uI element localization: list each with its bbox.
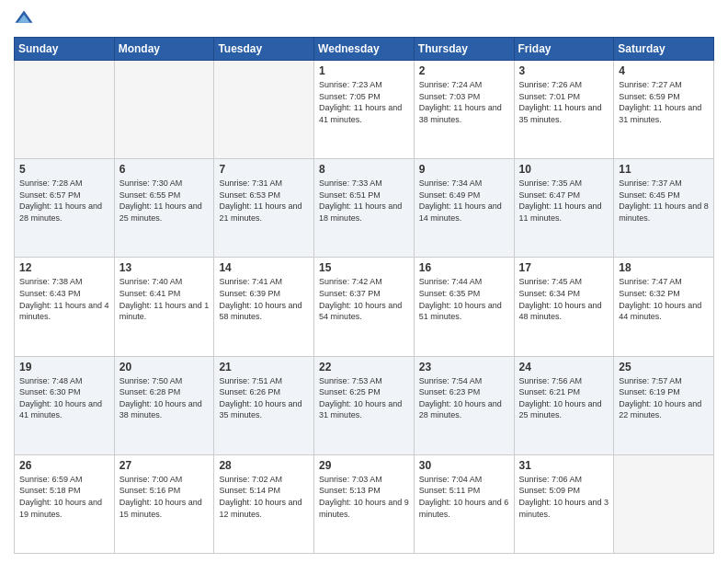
day-info: Sunrise: 7:35 AMSunset: 6:47 PMDaylight:… (519, 178, 609, 224)
calendar-cell: 20Sunrise: 7:50 AMSunset: 6:28 PMDayligh… (114, 356, 214, 454)
calendar-cell: 21Sunrise: 7:51 AMSunset: 6:26 PMDayligh… (214, 356, 314, 454)
weekday-header-thursday: Thursday (414, 38, 514, 61)
calendar-cell (15, 61, 115, 159)
day-info: Sunrise: 7:06 AMSunset: 5:09 PMDaylight:… (519, 474, 609, 520)
day-info: Sunrise: 7:45 AMSunset: 6:34 PMDaylight:… (519, 276, 609, 322)
calendar-table: SundayMondayTuesdayWednesdayThursdayFrid… (14, 37, 714, 554)
calendar-cell: 3Sunrise: 7:26 AMSunset: 7:01 PMDaylight… (514, 61, 614, 159)
page: SundayMondayTuesdayWednesdayThursdayFrid… (0, 0, 728, 563)
week-row-5: 26Sunrise: 6:59 AMSunset: 5:18 PMDayligh… (15, 454, 714, 553)
calendar-cell: 23Sunrise: 7:54 AMSunset: 6:23 PMDayligh… (414, 356, 514, 454)
day-info: Sunrise: 7:30 AMSunset: 6:55 PMDaylight:… (119, 178, 210, 224)
week-row-3: 12Sunrise: 7:38 AMSunset: 6:43 PMDayligh… (15, 258, 714, 356)
calendar-cell: 1Sunrise: 7:23 AMSunset: 7:05 PMDaylight… (314, 61, 415, 159)
day-number: 21 (219, 361, 309, 373)
day-number: 25 (619, 361, 709, 373)
day-number: 9 (419, 163, 509, 176)
week-row-1: 1Sunrise: 7:23 AMSunset: 7:05 PMDaylight… (15, 61, 714, 159)
day-info: Sunrise: 7:34 AMSunset: 6:49 PMDaylight:… (419, 178, 509, 224)
weekday-header-tuesday: Tuesday (214, 38, 314, 61)
day-info: Sunrise: 7:04 AMSunset: 5:11 PMDaylight:… (419, 474, 509, 520)
calendar-cell: 26Sunrise: 6:59 AMSunset: 5:18 PMDayligh… (15, 454, 115, 553)
day-info: Sunrise: 7:47 AMSunset: 6:32 PMDaylight:… (619, 276, 709, 322)
day-number: 26 (19, 459, 109, 472)
calendar-cell: 27Sunrise: 7:00 AMSunset: 5:16 PMDayligh… (114, 454, 214, 553)
day-info: Sunrise: 6:59 AMSunset: 5:18 PMDaylight:… (19, 474, 109, 520)
calendar-cell: 11Sunrise: 7:37 AMSunset: 6:45 PMDayligh… (614, 159, 714, 258)
day-info: Sunrise: 7:31 AMSunset: 6:53 PMDaylight:… (219, 178, 309, 224)
day-number: 29 (319, 459, 409, 472)
day-number: 31 (519, 459, 609, 472)
day-number: 6 (119, 163, 210, 176)
day-info: Sunrise: 7:56 AMSunset: 6:21 PMDaylight:… (519, 375, 609, 421)
day-number: 11 (619, 163, 709, 176)
day-number: 19 (19, 361, 109, 373)
day-number: 20 (119, 361, 210, 373)
calendar-cell: 5Sunrise: 7:28 AMSunset: 6:57 PMDaylight… (15, 159, 115, 258)
day-number: 10 (519, 163, 609, 176)
day-info: Sunrise: 7:44 AMSunset: 6:35 PMDaylight:… (419, 276, 509, 322)
day-info: Sunrise: 7:24 AMSunset: 7:03 PMDaylight:… (419, 79, 509, 125)
day-number: 16 (419, 261, 509, 274)
day-number: 2 (419, 64, 509, 77)
calendar-cell: 16Sunrise: 7:44 AMSunset: 6:35 PMDayligh… (414, 258, 514, 356)
day-number: 28 (219, 459, 309, 472)
calendar-cell: 19Sunrise: 7:48 AMSunset: 6:30 PMDayligh… (15, 356, 115, 454)
day-info: Sunrise: 7:51 AMSunset: 6:26 PMDaylight:… (219, 375, 309, 421)
calendar-cell (614, 454, 714, 553)
day-info: Sunrise: 7:33 AMSunset: 6:51 PMDaylight:… (319, 178, 409, 224)
calendar-cell: 8Sunrise: 7:33 AMSunset: 6:51 PMDaylight… (314, 159, 415, 258)
day-info: Sunrise: 7:48 AMSunset: 6:30 PMDaylight:… (19, 375, 109, 421)
week-row-2: 5Sunrise: 7:28 AMSunset: 6:57 PMDaylight… (15, 159, 714, 258)
calendar-cell: 10Sunrise: 7:35 AMSunset: 6:47 PMDayligh… (514, 159, 614, 258)
calendar-cell: 12Sunrise: 7:38 AMSunset: 6:43 PMDayligh… (15, 258, 115, 356)
calendar-cell: 6Sunrise: 7:30 AMSunset: 6:55 PMDaylight… (114, 159, 214, 258)
calendar-cell: 28Sunrise: 7:02 AMSunset: 5:14 PMDayligh… (214, 454, 314, 553)
day-number: 5 (19, 163, 109, 176)
day-info: Sunrise: 7:40 AMSunset: 6:41 PMDaylight:… (119, 276, 210, 322)
calendar-cell: 22Sunrise: 7:53 AMSunset: 6:25 PMDayligh… (314, 356, 415, 454)
weekday-header-saturday: Saturday (614, 38, 714, 61)
calendar-cell: 31Sunrise: 7:06 AMSunset: 5:09 PMDayligh… (514, 454, 614, 553)
weekday-header-sunday: Sunday (15, 38, 115, 61)
day-info: Sunrise: 7:03 AMSunset: 5:13 PMDaylight:… (319, 474, 409, 520)
calendar-cell: 30Sunrise: 7:04 AMSunset: 5:11 PMDayligh… (414, 454, 514, 553)
day-number: 18 (619, 261, 709, 274)
day-info: Sunrise: 7:42 AMSunset: 6:37 PMDaylight:… (319, 276, 409, 322)
calendar-cell: 13Sunrise: 7:40 AMSunset: 6:41 PMDayligh… (114, 258, 214, 356)
calendar-cell: 17Sunrise: 7:45 AMSunset: 6:34 PMDayligh… (514, 258, 614, 356)
day-number: 8 (319, 163, 409, 176)
logo (14, 9, 38, 29)
calendar-cell: 7Sunrise: 7:31 AMSunset: 6:53 PMDaylight… (214, 159, 314, 258)
day-info: Sunrise: 7:54 AMSunset: 6:23 PMDaylight:… (419, 375, 509, 421)
day-info: Sunrise: 7:53 AMSunset: 6:25 PMDaylight:… (319, 375, 409, 421)
calendar-cell (114, 61, 214, 159)
calendar-cell: 14Sunrise: 7:41 AMSunset: 6:39 PMDayligh… (214, 258, 314, 356)
calendar-cell: 29Sunrise: 7:03 AMSunset: 5:13 PMDayligh… (314, 454, 415, 553)
day-info: Sunrise: 7:50 AMSunset: 6:28 PMDaylight:… (119, 375, 210, 421)
day-info: Sunrise: 7:23 AMSunset: 7:05 PMDaylight:… (319, 79, 409, 125)
calendar-cell: 25Sunrise: 7:57 AMSunset: 6:19 PMDayligh… (614, 356, 714, 454)
day-info: Sunrise: 7:27 AMSunset: 6:59 PMDaylight:… (619, 79, 709, 125)
calendar-cell: 18Sunrise: 7:47 AMSunset: 6:32 PMDayligh… (614, 258, 714, 356)
day-number: 23 (419, 361, 509, 373)
day-number: 3 (519, 64, 609, 77)
weekday-header-friday: Friday (514, 38, 614, 61)
calendar-cell: 9Sunrise: 7:34 AMSunset: 6:49 PMDaylight… (414, 159, 514, 258)
weekday-header-row: SundayMondayTuesdayWednesdayThursdayFrid… (15, 38, 714, 61)
day-number: 4 (619, 64, 709, 77)
day-info: Sunrise: 7:00 AMSunset: 5:16 PMDaylight:… (119, 474, 210, 520)
day-number: 22 (319, 361, 409, 373)
calendar-cell: 2Sunrise: 7:24 AMSunset: 7:03 PMDaylight… (414, 61, 514, 159)
day-info: Sunrise: 7:26 AMSunset: 7:01 PMDaylight:… (519, 79, 609, 125)
day-number: 14 (219, 261, 309, 274)
day-info: Sunrise: 7:41 AMSunset: 6:39 PMDaylight:… (219, 276, 309, 322)
day-info: Sunrise: 7:37 AMSunset: 6:45 PMDaylight:… (619, 178, 709, 224)
weekday-header-monday: Monday (114, 38, 214, 61)
calendar-cell: 15Sunrise: 7:42 AMSunset: 6:37 PMDayligh… (314, 258, 415, 356)
day-info: Sunrise: 7:57 AMSunset: 6:19 PMDaylight:… (619, 375, 709, 421)
day-number: 30 (419, 459, 509, 472)
calendar-cell: 4Sunrise: 7:27 AMSunset: 6:59 PMDaylight… (614, 61, 714, 159)
week-row-4: 19Sunrise: 7:48 AMSunset: 6:30 PMDayligh… (15, 356, 714, 454)
day-info: Sunrise: 7:02 AMSunset: 5:14 PMDaylight:… (219, 474, 309, 520)
